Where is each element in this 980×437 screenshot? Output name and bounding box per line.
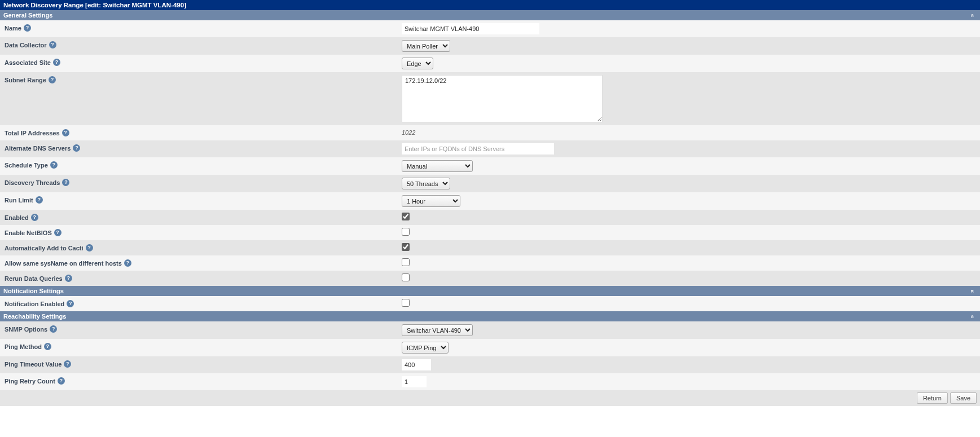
help-icon[interactable]: ?	[58, 377, 65, 385]
help-icon[interactable]: ?	[50, 161, 58, 169]
page-title-bar: Network Discovery Range [edit: Switchar …	[0, 0, 980, 10]
row-auto-add: Automatically Add to Cacti ?	[0, 240, 980, 255]
row-ping-method: Ping Method ? ICMP Ping	[0, 339, 980, 356]
label-ping-retry: Ping Retry Count	[5, 378, 55, 385]
row-discovery-threads: Discovery Threads ? 50 Threads	[0, 175, 980, 192]
enable-netbios-checkbox[interactable]	[402, 228, 410, 236]
help-icon[interactable]: ?	[86, 244, 93, 251]
rerun-data-checkbox[interactable]	[402, 273, 410, 281]
help-icon[interactable]: ?	[62, 129, 69, 136]
discovery-threads-select[interactable]: 50 Threads	[402, 178, 450, 189]
label-notif-enabled: Notification Enabled	[5, 301, 64, 307]
help-icon[interactable]: ?	[124, 259, 131, 267]
row-notif-enabled: Notification Enabled ?	[0, 296, 980, 311]
collapse-icon[interactable]: «	[970, 11, 976, 19]
help-icon[interactable]: ?	[65, 275, 72, 282]
row-total-ip: Total IP Addresses ? 1022	[0, 125, 980, 140]
row-name: Name ?	[0, 20, 980, 37]
help-icon[interactable]: ?	[53, 59, 60, 66]
name-input[interactable]	[402, 23, 539, 34]
section-header-notification: Notification Settings «	[0, 286, 980, 296]
ping-method-select[interactable]: ICMP Ping	[402, 342, 449, 354]
row-data-collector: Data Collector ? Main Poller	[0, 37, 980, 55]
alt-dns-input[interactable]	[402, 143, 554, 155]
row-associated-site: Associated Site ? Edge	[0, 55, 980, 72]
row-run-limit: Run Limit ? 1 Hour	[0, 192, 980, 210]
section-header-general: General Settings «	[0, 10, 980, 20]
row-alt-dns: Alternate DNS Servers ?	[0, 140, 980, 157]
return-button[interactable]: Return	[917, 392, 948, 404]
help-icon[interactable]: ?	[64, 360, 71, 368]
help-icon[interactable]: ?	[50, 325, 57, 333]
collapse-icon[interactable]: «	[970, 312, 976, 320]
schedule-type-select[interactable]: Manual	[402, 160, 473, 172]
save-button[interactable]: Save	[950, 392, 977, 404]
help-icon[interactable]: ?	[54, 229, 61, 236]
auto-add-checkbox[interactable]	[402, 243, 410, 251]
label-enable-netbios: Enable NetBIOS	[5, 229, 52, 236]
row-snmp-options: SNMP Options ? Switchar VLAN-490	[0, 321, 980, 339]
label-ping-timeout: Ping Timeout Value	[5, 361, 61, 368]
row-allow-sysname: Allow same sysName on different hosts ?	[0, 255, 980, 271]
label-run-limit: Run Limit	[5, 197, 33, 204]
label-auto-add: Automatically Add to Cacti	[5, 245, 84, 251]
label-total-ip: Total IP Addresses	[5, 130, 60, 136]
label-ping-method: Ping Method	[5, 343, 42, 350]
ping-timeout-input[interactable]	[402, 359, 431, 370]
row-rerun-data: Rerun Data Queries ?	[0, 271, 980, 286]
label-discovery-threads: Discovery Threads	[5, 179, 60, 186]
section-title-reachability: Reachability Settings	[3, 313, 66, 320]
section-title-notification: Notification Settings	[3, 288, 64, 294]
help-icon[interactable]: ?	[49, 76, 56, 83]
total-ip-value: 1022	[402, 129, 415, 136]
subnet-range-textarea[interactable]	[402, 75, 603, 122]
snmp-options-select[interactable]: Switchar VLAN-490	[402, 324, 473, 336]
data-collector-select[interactable]: Main Poller	[402, 40, 450, 52]
label-schedule-type: Schedule Type	[5, 162, 48, 169]
help-icon[interactable]: ?	[44, 343, 51, 350]
help-icon[interactable]: ?	[36, 196, 43, 204]
notif-enabled-checkbox[interactable]	[402, 299, 410, 307]
help-icon[interactable]: ?	[62, 179, 69, 186]
help-icon[interactable]: ?	[24, 24, 31, 32]
label-subnet-range: Subnet Range	[5, 77, 46, 83]
label-data-collector: Data Collector	[5, 42, 47, 48]
section-title-general: General Settings	[3, 12, 52, 19]
help-icon[interactable]: ?	[31, 214, 38, 221]
label-associated-site: Associated Site	[5, 59, 51, 66]
label-allow-sysname: Allow same sysName on different hosts	[5, 260, 122, 267]
label-alt-dns: Alternate DNS Servers	[5, 145, 71, 152]
ping-retry-input[interactable]	[402, 376, 427, 387]
run-limit-select[interactable]: 1 Hour	[402, 195, 460, 207]
row-subnet-range: Subnet Range ?	[0, 72, 980, 125]
row-ping-retry: Ping Retry Count ?	[0, 373, 980, 390]
help-icon[interactable]: ?	[73, 144, 80, 152]
label-snmp-options: SNMP Options	[5, 326, 47, 333]
label-enabled: Enabled	[5, 214, 29, 221]
footer-bar: Return Save	[0, 390, 980, 406]
row-schedule-type: Schedule Type ? Manual	[0, 157, 980, 175]
help-icon[interactable]: ?	[67, 300, 74, 307]
label-name: Name	[5, 25, 21, 32]
row-enable-netbios: Enable NetBIOS ?	[0, 225, 980, 240]
associated-site-select[interactable]: Edge	[402, 58, 433, 69]
section-header-reachability: Reachability Settings «	[0, 311, 980, 321]
collapse-icon[interactable]: «	[970, 287, 976, 295]
page-title: Network Discovery Range [edit: Switchar …	[3, 2, 186, 8]
row-enabled: Enabled ?	[0, 210, 980, 225]
help-icon[interactable]: ?	[49, 41, 56, 48]
row-ping-timeout: Ping Timeout Value ?	[0, 356, 980, 373]
enabled-checkbox[interactable]	[402, 213, 410, 220]
label-rerun-data: Rerun Data Queries	[5, 275, 63, 282]
allow-sysname-checkbox[interactable]	[402, 258, 410, 266]
